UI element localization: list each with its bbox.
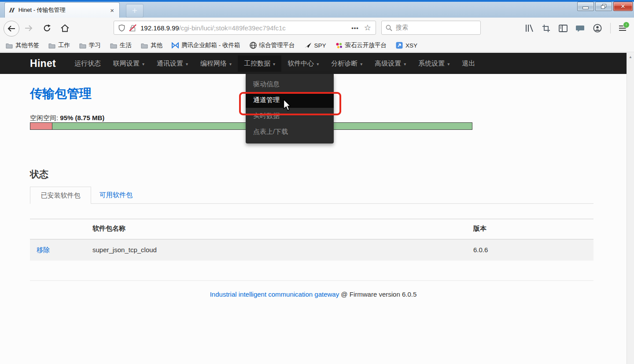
status-heading: 状态	[30, 168, 48, 180]
folder-icon	[6, 43, 13, 48]
tab-title: Hinet - 传输包管理	[18, 6, 106, 14]
chat-bubble-extension-icon[interactable]	[576, 25, 585, 32]
nav-comm-settings[interactable]: 通讯设置▾	[151, 55, 194, 72]
table-row: 移除 super_json_tcp_cloud 6.0.6	[30, 239, 593, 261]
bookmark-management-platform[interactable]: 综合管理平台	[250, 41, 295, 49]
chevron-down-icon: ▾	[229, 61, 232, 66]
folder-icon	[141, 43, 148, 48]
bookmark-folder-life[interactable]: 生活	[110, 41, 132, 49]
app-menu: 运行状态 联网设置▾ 通讯设置▾ 编程网络▾ 工控数据▾ 软件中心▾ 分析诊断▾…	[68, 55, 481, 72]
firmware-version-text: @ Firmware version 6.0.5	[339, 290, 417, 298]
bookmark-spy[interactable]: SPY	[304, 42, 326, 49]
brand-logo[interactable]: Hinet	[30, 58, 56, 70]
url-bar[interactable]: 192.168.9.99/cgi-bin/luci/;stok=489fe39e…	[114, 21, 376, 35]
restore-icon	[601, 4, 607, 9]
bookmark-xsy[interactable]: XSY	[396, 42, 417, 49]
folder-icon	[79, 43, 86, 48]
bookmark-folder-study[interactable]: 学习	[79, 41, 101, 49]
free-space-text: 空闲空间: 95% (8.75 MB)	[30, 114, 104, 122]
bookmarks-bar: 其他书签 工作 学习 生活 其他 腾讯企业邮箱 - 收件箱 综合管理平台 SPY…	[0, 39, 634, 52]
url-text: 192.168.9.99/cgi-bin/luci/;stok=489fe39e…	[140, 24, 286, 32]
app-menu-button[interactable]: ↑	[619, 26, 626, 31]
footer-divider	[30, 280, 593, 281]
page-title: 传输包管理	[30, 85, 92, 102]
nav-network-settings[interactable]: 联网设置▾	[107, 55, 151, 72]
nav-industrial-data[interactable]: 工控数据▾	[238, 55, 281, 72]
restore-button[interactable]	[595, 2, 612, 11]
update-badge-icon: ↑	[623, 22, 630, 28]
gateway-link[interactable]: Industrial intelligent communication gat…	[210, 290, 339, 298]
nav-analysis-diagnosis[interactable]: 分析诊断▾	[325, 55, 369, 72]
bookmark-folder-misc[interactable]: 其他	[141, 41, 162, 49]
chevron-down-icon: ▾	[142, 61, 144, 66]
site-favicon-icon: H	[8, 7, 15, 14]
reload-icon	[43, 24, 51, 32]
new-tab-button[interactable]: +	[126, 4, 144, 18]
package-name: super_json_tcp_cloud	[92, 239, 157, 261]
chevron-down-icon: ▾	[447, 61, 450, 66]
nav-running-status[interactable]: 运行状态	[68, 55, 107, 72]
nav-logout[interactable]: 退出	[456, 55, 481, 72]
remove-link[interactable]: 移除	[37, 239, 50, 261]
scroll-up-arrow-icon[interactable]: ▲	[627, 53, 634, 59]
folder-icon	[48, 43, 55, 48]
back-icon	[7, 26, 15, 32]
forward-icon	[25, 25, 33, 31]
forward-button[interactable]	[21, 21, 36, 36]
library-icon[interactable]	[525, 24, 534, 32]
nav-software-center[interactable]: 软件中心▾	[281, 55, 325, 72]
page-scrollbar[interactable]: ▲	[627, 53, 634, 364]
package-version: 6.0.6	[473, 239, 488, 261]
browser-tab[interactable]: H Hinet - 传输包管理 ×	[4, 2, 120, 18]
search-icon	[386, 25, 392, 31]
dart-icon	[304, 42, 312, 48]
reload-button[interactable]	[40, 21, 55, 36]
chevron-down-icon: ▾	[360, 61, 362, 66]
screenshot-crop-icon[interactable]	[542, 24, 550, 33]
chevron-down-icon: ▾	[404, 61, 406, 66]
window-controls: ✕	[577, 2, 633, 11]
nav-system-settings[interactable]: 系统设置▾	[412, 55, 456, 72]
free-space-value: 95% (8.75 MB)	[60, 114, 104, 121]
page-footer: Industrial intelligent communication gat…	[0, 290, 627, 298]
menu-item-point-table-updown[interactable]: 点表上/下载	[246, 124, 334, 140]
menu-item-driver-info[interactable]: 驱动信息	[246, 76, 334, 92]
chevron-down-icon: ▾	[317, 61, 319, 66]
page-viewport: Hinet 运行状态 联网设置▾ 通讯设置▾ 编程网络▾ 工控数据▾ 软件中心▾…	[0, 53, 627, 364]
bookmark-folder-others[interactable]: 其他书签	[6, 41, 39, 49]
back-button[interactable]	[4, 21, 19, 37]
page-actions-icon[interactable]: •••	[351, 25, 359, 31]
bookmark-ezviz[interactable]: 萤石云开放平台	[335, 41, 387, 49]
home-button[interactable]	[57, 21, 72, 36]
mouse-cursor-icon	[283, 99, 293, 112]
close-icon: ✕	[621, 4, 626, 9]
toolbar-separator	[610, 23, 611, 33]
navigation-toolbar: 192.168.9.99/cgi-bin/luci/;stok=489fe39e…	[0, 18, 634, 39]
bookmark-tencent-mail[interactable]: 腾讯企业邮箱 - 收件箱	[172, 41, 240, 49]
folder-icon	[110, 43, 117, 48]
progress-used-segment	[30, 123, 52, 129]
tab-close-icon[interactable]: ×	[109, 7, 115, 14]
app-navbar: Hinet 运行状态 联网设置▾ 通讯设置▾ 编程网络▾ 工控数据▾ 软件中心▾…	[0, 53, 627, 74]
nav-programming-network[interactable]: 编程网络▾	[194, 55, 238, 72]
insecure-lock-icon	[129, 24, 136, 32]
sidebar-toggle-icon[interactable]	[559, 25, 568, 32]
tencent-exmail-icon	[172, 42, 179, 48]
account-icon[interactable]	[593, 24, 602, 33]
tracking-shield-icon	[118, 24, 125, 32]
home-icon	[61, 24, 69, 32]
close-button[interactable]: ✕	[613, 2, 633, 11]
search-bar[interactable]: 搜索	[381, 21, 481, 35]
ezviz-icon	[335, 42, 343, 49]
column-header-version: 版本	[473, 224, 487, 233]
chevron-down-icon: ▾	[186, 61, 188, 66]
column-header-package-name: 软件包名称	[92, 224, 125, 233]
minimize-button[interactable]	[577, 2, 594, 11]
nav-advanced-settings[interactable]: 高级设置▾	[369, 55, 412, 72]
tab-available-packages[interactable]: 可用软件包	[100, 187, 133, 203]
search-placeholder: 搜索	[396, 24, 408, 32]
table-top-border	[30, 219, 593, 219]
tab-installed-packages[interactable]: 已安装软件包	[30, 187, 91, 204]
bookmark-star-icon[interactable]: ☆	[364, 23, 371, 33]
bookmark-folder-work[interactable]: 工作	[48, 41, 70, 49]
